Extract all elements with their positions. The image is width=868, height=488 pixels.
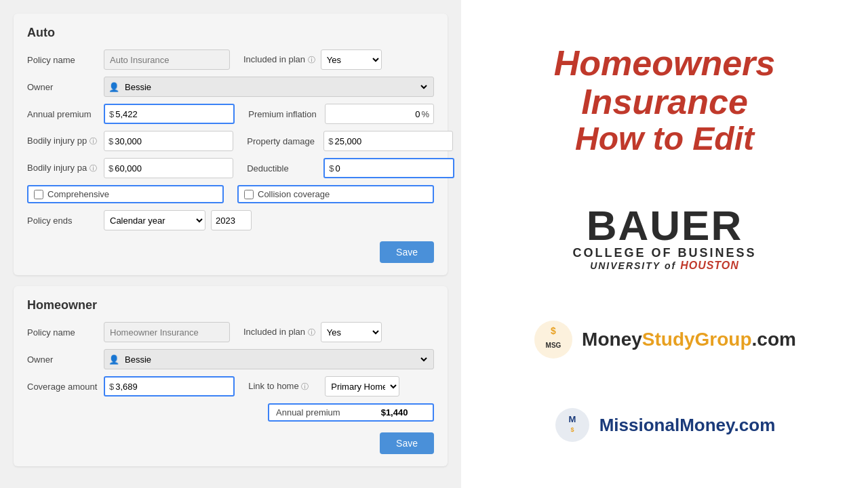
owner-label: Owner	[27, 82, 98, 92]
left-panel: Auto Policy name Included in plan ⓘ Yes …	[0, 0, 461, 488]
owner-select[interactable]: Bessie	[122, 81, 429, 93]
policy-ends-year-input[interactable]	[211, 210, 252, 230]
policy-name-input[interactable]	[104, 49, 230, 70]
bodily-injury-pp-label: Bodily injury pp ⓘ	[27, 136, 98, 146]
bodily-injury-pa-field[interactable]: $	[104, 158, 233, 178]
ho-policy-name-row: Policy name	[27, 322, 230, 342]
bodily-injury-pa-row: Bodily injury pa ⓘ $	[27, 158, 233, 178]
ho-annual-premium-row: Annual premium $1,440	[268, 403, 434, 422]
coverage-amount-row: Coverage amount $	[27, 376, 235, 396]
deductible-label: Deductible	[247, 163, 318, 174]
ho-owner-row: Owner 👤 Bessie	[27, 349, 434, 369]
ho-included-select[interactable]: Yes No	[321, 322, 382, 342]
policy-name-label: Policy name	[27, 55, 98, 65]
title-line3: How to Edit	[554, 121, 776, 157]
property-damage-input[interactable]	[334, 136, 448, 146]
bodily-injury-pa-input[interactable]	[115, 163, 229, 174]
deductible-field[interactable]: $	[323, 158, 454, 178]
collision-row[interactable]: Collision coverage	[237, 185, 434, 203]
ho-owner-select-wrapper: 👤 Bessie	[104, 349, 434, 369]
auto-save-button[interactable]: Save	[380, 241, 434, 263]
dollar-sign-annual: $	[109, 109, 114, 119]
percent-sign: %	[421, 109, 429, 119]
property-damage-row: Property damage $	[247, 131, 453, 151]
policy-ends-row: Policy ends Calendar year Policy year	[27, 210, 434, 230]
included-label: Included in plan ⓘ	[243, 54, 315, 65]
money-study-block: $ MSG MoneyStudyGroup.com	[533, 319, 796, 360]
svg-text:M: M	[568, 414, 576, 424]
title-line2: Insurance	[554, 83, 776, 121]
property-damage-field[interactable]: $	[323, 131, 453, 151]
collision-label: Collision coverage	[258, 189, 330, 199]
ho-policy-name-input[interactable]	[104, 322, 230, 342]
ho-included-info-icon: ⓘ	[308, 328, 315, 336]
bodily-injury-pa-label: Bodily injury pa ⓘ	[27, 163, 98, 174]
annual-premium-input[interactable]	[115, 109, 229, 119]
link-to-home-row: Link to home ⓘ Primary Home Other	[248, 376, 434, 396]
mm-text: MissionalMoney.com	[599, 415, 776, 436]
auto-title: Auto	[27, 26, 434, 40]
coverage-amount-label: Coverage amount	[27, 382, 98, 392]
title-line1: Homeowners	[554, 44, 776, 83]
owner-row: Owner 👤 Bessie	[27, 77, 434, 97]
premium-inflation-field[interactable]: %	[325, 104, 434, 124]
coverage-amount-input[interactable]	[115, 382, 229, 392]
right-panel: Homeowners Insurance How to Edit BAUER C…	[461, 0, 868, 488]
included-info-icon: ⓘ	[308, 56, 315, 64]
ho-owner-select[interactable]: Bessie	[122, 354, 429, 365]
auto-card: Auto Policy name Included in plan ⓘ Yes …	[14, 14, 448, 275]
premium-inflation-row: Premium inflation %	[248, 104, 434, 124]
svg-text:$: $	[570, 426, 574, 433]
bodily-injury-pp-input[interactable]	[115, 136, 229, 146]
link-to-home-info-icon: ⓘ	[301, 382, 309, 390]
deductible-row: Deductible $	[247, 158, 454, 178]
coverage-amount-field[interactable]: $	[104, 376, 235, 396]
svg-text:$: $	[551, 325, 556, 336]
bodily-injury-pp-field[interactable]: $	[104, 131, 233, 151]
included-select[interactable]: Yes No	[321, 49, 382, 70]
annual-premium-label: Annual premium	[27, 109, 98, 119]
link-to-home-select[interactable]: Primary Home Other	[325, 376, 399, 396]
owner-icon: 👤	[108, 82, 119, 92]
bauer-name: BAUER	[572, 205, 756, 247]
ho-annual-premium-label: Annual premium	[276, 407, 340, 418]
ho-policy-name-label: Policy name	[27, 327, 98, 338]
homeowner-card: Homeowner Policy name Included in plan ⓘ…	[14, 286, 448, 466]
bauer-university: UNIVERSITY of HOUSTON	[572, 260, 756, 272]
missional-block: M $ MissionalMoney.com	[554, 407, 776, 444]
comprehensive-checkbox[interactable]	[34, 190, 43, 199]
comprehensive-row[interactable]: Comprehensive	[27, 185, 224, 203]
premium-inflation-input[interactable]	[330, 109, 420, 119]
ho-included-row: Included in plan ⓘ Yes No	[243, 322, 434, 342]
ho-owner-label: Owner	[27, 354, 98, 365]
homeowner-save-button[interactable]: Save	[380, 432, 434, 454]
owner-select-wrapper: 👤 Bessie	[104, 77, 434, 97]
ho-annual-premium-value: $1,440	[381, 407, 408, 418]
bodily-injury-pp-row: Bodily injury pp ⓘ $	[27, 131, 233, 151]
policy-ends-select[interactable]: Calendar year Policy year	[104, 210, 205, 230]
policy-ends-label: Policy ends	[27, 216, 98, 226]
ho-owner-icon: 👤	[108, 354, 119, 365]
ho-included-label: Included in plan ⓘ	[243, 327, 315, 338]
comprehensive-label: Comprehensive	[47, 189, 109, 199]
premium-inflation-label: Premium inflation	[248, 109, 319, 119]
bodily-pp-info-icon: ⓘ	[90, 137, 97, 145]
ho-annual-premium-wrapper: Annual premium $1,440	[27, 403, 434, 422]
annual-premium-row: Annual premium $	[27, 104, 235, 124]
title-block: Homeowners Insurance How to Edit	[554, 44, 776, 157]
homeowner-title: Homeowner	[27, 298, 434, 312]
msg-text: MoneyStudyGroup.com	[582, 329, 796, 350]
annual-premium-field[interactable]: $	[104, 104, 235, 124]
msg-logo-icon: $ MSG	[533, 319, 574, 360]
property-damage-label: Property damage	[247, 136, 318, 146]
bodily-pa-info-icon: ⓘ	[90, 164, 97, 172]
collision-checkbox[interactable]	[244, 190, 254, 199]
deductible-input[interactable]	[335, 163, 449, 174]
bauer-college: COLLEGE OF BUSINESS	[572, 247, 756, 260]
policy-name-row: Policy name	[27, 49, 230, 70]
svg-point-3	[555, 408, 589, 442]
included-row: Included in plan ⓘ Yes No	[243, 49, 434, 70]
svg-text:MSG: MSG	[546, 342, 561, 349]
mm-logo-icon: M $	[554, 407, 591, 444]
bauer-block: BAUER COLLEGE OF BUSINESS UNIVERSITY of …	[572, 205, 756, 272]
